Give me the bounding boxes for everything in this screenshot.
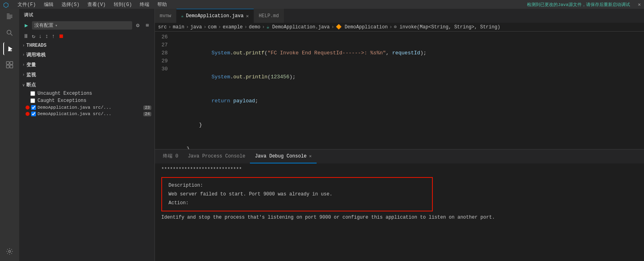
debug-run-button[interactable]: ▶ [22, 22, 30, 30]
chevron-right-icon: › [22, 53, 25, 57]
java-icon: ☕ [266, 24, 269, 30]
app-logo: ⬡ [3, 1, 10, 8]
sidebar-section-variables[interactable]: › 变量 [19, 60, 155, 70]
caught-exceptions-checkbox[interactable] [30, 98, 35, 103]
line-num-26: 26 [155, 33, 168, 41]
sidebar-title: 调试 [19, 9, 155, 20]
explorer-icon[interactable] [3, 10, 16, 23]
panel-tab-bar: 终端 0 Java Process Console Java Debug Con… [155, 149, 644, 163]
menu-file[interactable]: 文件(F) [16, 0, 38, 9]
panel-tab-terminal[interactable]: 终端 0 [158, 149, 183, 163]
tab-label-help: HELP.md [259, 13, 279, 19]
breakpoint-checkbox-2[interactable] [31, 112, 36, 116]
breakpoint-checkbox-1[interactable] [31, 105, 36, 110]
restart-icon[interactable]: ↺ [31, 32, 36, 40]
panel-content: **************************** Description… [155, 163, 644, 261]
breakpoint-line-2: 24 [143, 112, 151, 116]
error-description-label: Description: [168, 183, 426, 188]
menu-view[interactable]: 查看(V) [86, 0, 107, 9]
watch-label: 监视 [26, 72, 36, 78]
svg-rect-4 [7, 18, 11, 19]
debug-toolbar: ▶ 没有配置 ▾ ⚙ ⊞ [19, 20, 155, 31]
error-action-label: Action: [168, 200, 426, 206]
stop-icon[interactable]: ⏹ [57, 32, 65, 40]
uncaught-exceptions-checkbox[interactable] [30, 91, 35, 96]
menu-terminal[interactable]: 终端 [138, 0, 151, 9]
svg-rect-10 [10, 62, 13, 64]
menu-edit[interactable]: 编辑 [42, 0, 55, 9]
breakpoint-dot-icon [26, 106, 30, 110]
stars-line: **************************** [161, 167, 638, 172]
breakpoint-file-1: DemoApplication.java src/... [38, 105, 140, 110]
line-num-29: 29 [155, 57, 168, 65]
sidebar-section-watch[interactable]: › 监视 [19, 70, 155, 80]
method-icon: ⊙ [394, 24, 396, 30]
close-notification-icon[interactable]: ✕ [638, 2, 641, 8]
extensions-icon[interactable] [3, 58, 16, 71]
svg-rect-11 [6, 65, 9, 68]
breadcrumb-example[interactable]: example [223, 24, 243, 30]
tab-bar: mvnw ☕ DemoApplication.java ✕ HELP.md [155, 9, 644, 23]
notification-link[interactable]: 检测到已更改的Java源文件，请保存后重新启动调试 [527, 2, 630, 8]
editor-area: mvnw ☕ DemoApplication.java ✕ HELP.md sr… [155, 9, 644, 261]
error-box: Description: Web server failed to start.… [161, 177, 433, 211]
breadcrumb-java[interactable]: java [190, 24, 202, 30]
search-icon[interactable] [3, 26, 16, 39]
menu-help[interactable]: 帮助 [156, 0, 168, 9]
main-area: 调试 ▶ 没有配置 ▾ ⚙ ⊞ ⏸ ↺ ↓ ↕ ↑ ⏹ › THREADS › [0, 9, 644, 261]
breadcrumb-com[interactable]: com [208, 24, 217, 30]
sidebar-section-threads[interactable]: › THREADS [19, 41, 155, 50]
chevron-right-icon: › [22, 63, 25, 67]
activity-bar [0, 9, 19, 261]
breadcrumb-main[interactable]: main [173, 24, 184, 30]
pause-icon[interactable]: ⏸ [22, 32, 30, 40]
line-num-28: 28 [155, 49, 168, 57]
line-numbers: 26 27 28 29 30 [155, 33, 174, 147]
caught-exceptions-item[interactable]: Caught Exceptions [19, 97, 155, 104]
code-editor: 26 27 28 29 30 System.out.printf("FC Inv… [155, 32, 644, 149]
panel-tab-close-debug[interactable]: ✕ [309, 153, 312, 159]
breadcrumb-demo[interactable]: demo [249, 24, 260, 30]
tab-mvnw[interactable]: mvnw [155, 9, 176, 23]
tab-demoapplication[interactable]: ☕ DemoApplication.java ✕ [176, 9, 254, 23]
line-num-27: 27 [155, 41, 168, 49]
java-file-icon: ☕ [181, 14, 184, 18]
sidebar: 调试 ▶ 没有配置 ▾ ⚙ ⊞ ⏸ ↺ ↓ ↕ ↑ ⏹ › THREADS › [19, 9, 155, 261]
debug-icon[interactable] [3, 42, 16, 55]
tab-close-demo[interactable]: ✕ [246, 13, 249, 19]
breadcrumb-method[interactable]: ⊙ invoke(Map<String, String>, String) [394, 24, 500, 30]
breakpoint-entry-1[interactable]: DemoApplication.java src/... 23 [19, 104, 155, 111]
caught-exceptions-label: Caught Exceptions [38, 98, 86, 104]
error-message: Web server failed to start. Port 9000 wa… [168, 191, 426, 197]
panel-tab-terminal-label: 终端 0 [163, 153, 178, 159]
svg-point-13 [9, 251, 11, 253]
panel-tab-debug-label: Java Debug Console [255, 153, 307, 159]
debug-more-icon[interactable]: ⊞ [143, 22, 151, 30]
breakpoint-dot-icon [26, 112, 30, 116]
svg-rect-3 [7, 17, 12, 18]
panel-tab-process-console[interactable]: Java Process Console [183, 149, 250, 163]
tab-label-demo: DemoApplication.java [186, 13, 244, 19]
tab-helpmd[interactable]: HELP.md [254, 9, 284, 23]
uncaught-exceptions-item[interactable]: Uncaught Exceptions [19, 90, 155, 97]
breakpoints-title[interactable]: ∨ 断点 [19, 80, 155, 90]
debug-config-selector[interactable]: 没有配置 ▾ [32, 21, 132, 30]
settings-icon[interactable] [3, 245, 16, 258]
debug-gear-icon[interactable]: ⚙ [134, 22, 142, 30]
breakpoint-file-2: DemoApplication.java src/... [38, 112, 140, 116]
breadcrumb-file[interactable]: ☕ DemoApplication.java [266, 24, 329, 30]
panel-tab-debug-console[interactable]: Java Debug Console ✕ [250, 149, 316, 163]
menu-goto[interactable]: 转到(G) [112, 0, 134, 9]
panel-tab-process-label: Java Process Console [188, 153, 245, 159]
chevron-down-icon: ▾ [55, 23, 57, 28]
breadcrumb-src[interactable]: src [158, 24, 167, 30]
breakpoint-entry-2[interactable]: DemoApplication.java src/... 24 [19, 111, 155, 117]
breadcrumb-class[interactable]: 🔶 DemoApplication [336, 24, 388, 30]
step-over-icon[interactable]: ↓ [38, 32, 42, 40]
sidebar-section-callstack[interactable]: › 调用堆栈 [19, 50, 155, 60]
menu-select[interactable]: 选择(S) [60, 0, 81, 9]
breakpoint-line-1: 23 [143, 106, 151, 110]
step-into-icon[interactable]: ↕ [44, 32, 49, 40]
step-out-icon[interactable]: ↑ [51, 32, 55, 40]
code-content: 26 27 28 29 30 System.out.printf("FC Inv… [155, 32, 644, 149]
